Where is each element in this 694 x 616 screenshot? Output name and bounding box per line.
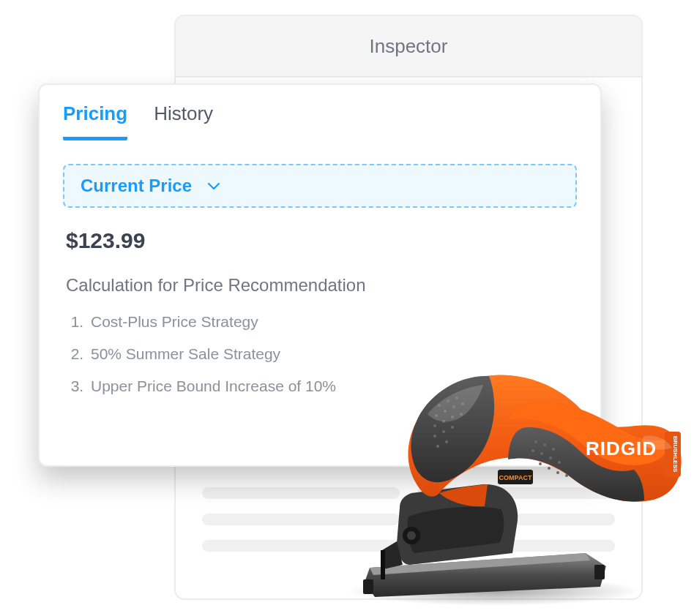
tab-pricing[interactable]: Pricing <box>63 102 127 140</box>
svg-point-29 <box>548 467 551 470</box>
svg-point-30 <box>556 471 559 474</box>
svg-point-24 <box>531 449 534 452</box>
chevron-down-icon <box>208 179 220 194</box>
svg-point-26 <box>549 457 552 459</box>
calculation-heading: Calculation for Price Recommendation <box>63 275 577 296</box>
svg-point-12 <box>433 424 436 427</box>
svg-point-17 <box>442 430 445 433</box>
svg-rect-2 <box>594 565 605 579</box>
product-label-text: BRUSHLESS <box>672 436 679 473</box>
current-price-dropdown[interactable]: Current Price <box>63 164 577 208</box>
tab-history[interactable]: History <box>154 102 213 137</box>
inspector-title: Inspector <box>176 16 641 78</box>
svg-point-16 <box>433 435 436 437</box>
product-image: RIDGID BRUSHLESS COMPACT <box>329 334 688 612</box>
svg-point-28 <box>539 462 542 465</box>
price-value: $123.99 <box>63 228 577 253</box>
current-price-label: Current Price <box>81 176 192 196</box>
svg-point-31 <box>565 474 568 477</box>
strategy-item: Cost-Plus Price Strategy <box>88 313 577 331</box>
svg-point-22 <box>543 443 546 446</box>
svg-point-23 <box>552 448 555 451</box>
svg-point-4 <box>407 531 416 540</box>
svg-rect-34 <box>381 550 385 579</box>
svg-point-20 <box>445 440 448 443</box>
svg-point-27 <box>558 461 561 464</box>
svg-rect-1 <box>363 579 373 594</box>
svg-point-25 <box>540 452 543 455</box>
product-badge-text: COMPACT <box>499 474 532 481</box>
svg-point-21 <box>534 440 537 443</box>
svg-point-19 <box>436 445 439 448</box>
svg-point-18 <box>451 426 454 429</box>
tabs: Pricing History <box>63 102 577 140</box>
